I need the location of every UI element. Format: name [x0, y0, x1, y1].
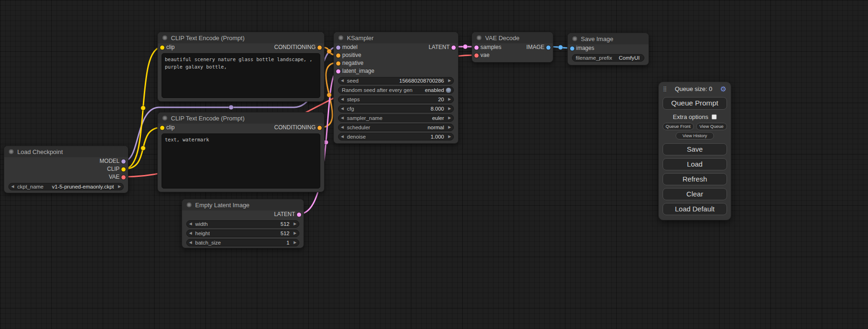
widget-denoise[interactable]: ◀ denoise 1.000 ▶	[338, 133, 454, 140]
increment-arrow-icon[interactable]: ▶	[446, 124, 451, 131]
increment-arrow-icon[interactable]: ▶	[446, 96, 451, 103]
output-slot-conditioning[interactable]	[318, 45, 322, 49]
collapse-dot-icon[interactable]	[477, 35, 481, 40]
widget-value[interactable]: euler	[384, 115, 444, 121]
drag-handle-icon[interactable]: ⣿	[663, 86, 667, 92]
input-slot-positive[interactable]	[336, 53, 340, 57]
settings-gear-icon[interactable]: ⚙	[720, 85, 727, 92]
collapse-dot-icon[interactable]	[9, 149, 14, 154]
widget-value[interactable]: 156680208700286	[360, 78, 444, 84]
output-slot-image[interactable]	[546, 45, 550, 49]
widget-value[interactable]: 20	[362, 97, 445, 102]
decrement-arrow-icon[interactable]: ◀	[189, 230, 194, 237]
increment-arrow-icon[interactable]: ▶	[446, 77, 451, 84]
toggle-knob-icon[interactable]	[446, 88, 451, 93]
output-slot-vae[interactable]	[121, 175, 126, 179]
widget-height[interactable]: ◀ height 512 ▶	[186, 230, 299, 237]
node-title-bar[interactable]: Save Image	[568, 33, 649, 44]
node-title-bar[interactable]: VAE Decode	[472, 32, 553, 43]
queue-prompt-button[interactable]: Queue Prompt	[663, 97, 727, 110]
output-slot-conditioning[interactable]	[318, 126, 322, 130]
collapse-dot-icon[interactable]	[187, 203, 191, 207]
node-clip-text-encode-negative[interactable]: CLIP Text Encode (Prompt) clip CONDITION…	[157, 112, 325, 192]
widget-width[interactable]: ◀ width 512 ▶	[186, 220, 299, 228]
save-button[interactable]: Save	[663, 143, 727, 155]
input-slot-vae[interactable]	[474, 53, 479, 57]
node-title: VAE Decode	[485, 35, 519, 42]
decrement-arrow-icon[interactable]: ◀	[341, 124, 346, 131]
positive-prompt-textarea[interactable]: beautiful scenery nature glass bottle la…	[162, 53, 320, 98]
widget-filename-prefix[interactable]: filename_prefix ComfyUI	[572, 54, 644, 62]
decrement-arrow-icon[interactable]: ◀	[341, 114, 346, 122]
node-vae-decode[interactable]: VAE Decode samples IMAGE vae	[472, 32, 553, 63]
clear-button[interactable]: Clear	[663, 188, 727, 200]
node-load-checkpoint[interactable]: Load Checkpoint MODEL CLIP VAE ◀ ckpt_na…	[4, 146, 128, 193]
input-slot-negative[interactable]	[336, 61, 340, 65]
node-title-bar[interactable]: CLIP Text Encode (Prompt)	[158, 32, 324, 43]
decrement-arrow-icon[interactable]: ◀	[341, 133, 346, 140]
increment-arrow-icon[interactable]: ▶	[291, 230, 296, 237]
widget-value[interactable]: 1	[223, 240, 289, 245]
node-empty-latent-image[interactable]: Empty Latent Image LATENT ◀ width 512 ▶ …	[182, 199, 304, 248]
widget-value[interactable]: 8.000	[356, 106, 444, 112]
widget-value[interactable]: v1-5-pruned-emaonly.ckpt	[45, 184, 114, 189]
widget-value[interactable]: 512	[210, 221, 289, 227]
widget-sampler-name[interactable]: ◀ sampler_name euler ▶	[338, 114, 454, 122]
increment-arrow-icon[interactable]: ▶	[291, 239, 296, 246]
node-clip-text-encode-positive[interactable]: CLIP Text Encode (Prompt) clip CONDITION…	[157, 32, 325, 102]
increment-arrow-icon[interactable]: ▶	[291, 220, 296, 228]
output-slot-latent[interactable]	[297, 212, 301, 217]
increment-arrow-icon[interactable]: ▶	[446, 133, 451, 140]
widget-value[interactable]: ComfyUI	[614, 55, 640, 61]
decrement-arrow-icon[interactable]: ◀	[341, 105, 346, 112]
widget-scheduler[interactable]: ◀ scheduler normal ▶	[338, 124, 454, 131]
widget-value[interactable]: normal	[372, 125, 444, 130]
decrement-arrow-icon[interactable]: ◀	[189, 220, 194, 228]
slot-row: vae	[472, 51, 553, 59]
decrement-arrow-icon[interactable]: ◀	[11, 183, 16, 190]
input-slot-clip[interactable]	[160, 45, 164, 49]
load-default-button[interactable]: Load Default	[663, 203, 727, 215]
widget-random-seed-toggle[interactable]: Random seed after every gen enabled	[338, 86, 454, 94]
widget-value[interactable]: 512	[212, 231, 289, 236]
collapse-dot-icon[interactable]	[339, 35, 343, 40]
view-queue-button[interactable]: View Queue	[696, 123, 727, 130]
widget-ckpt-name[interactable]: ◀ ckpt_name v1-5-pruned-emaonly.ckpt ▶	[8, 183, 124, 190]
queue-front-button[interactable]: Queue Front	[663, 123, 694, 130]
decrement-arrow-icon[interactable]: ◀	[189, 239, 194, 246]
widget-value[interactable]: 1.000	[367, 134, 444, 140]
view-history-button[interactable]: View History	[676, 132, 714, 140]
collapse-dot-icon[interactable]	[162, 35, 167, 40]
increment-arrow-icon[interactable]: ▶	[446, 114, 451, 122]
extra-options-checkbox[interactable]	[712, 114, 717, 119]
widget-seed[interactable]: ◀ seed 156680208700286 ▶	[338, 77, 454, 84]
input-slot-model[interactable]	[336, 45, 340, 49]
output-slot-model[interactable]	[121, 159, 126, 163]
output-label-conditioning: CONDITIONING	[274, 43, 316, 51]
increment-arrow-icon[interactable]: ▶	[116, 183, 121, 190]
negative-prompt-textarea[interactable]: text, watermark	[162, 133, 320, 189]
node-title-bar[interactable]: KSampler	[334, 32, 458, 43]
node-ksampler[interactable]: KSampler model LATENT positive negative …	[333, 32, 459, 144]
refresh-button[interactable]: Refresh	[663, 173, 727, 185]
node-save-image[interactable]: Save Image images filename_prefix ComfyU…	[567, 33, 649, 65]
input-slot-images[interactable]	[570, 46, 574, 50]
widget-batch-size[interactable]: ◀ batch_size 1 ▶	[186, 239, 299, 246]
input-slot-samples[interactable]	[474, 45, 479, 49]
node-graph-canvas[interactable]: Load Checkpoint MODEL CLIP VAE ◀ ckpt_na…	[0, 0, 868, 329]
node-title-bar[interactable]: Load Checkpoint	[4, 146, 128, 157]
output-slot-latent[interactable]	[452, 45, 456, 49]
collapse-dot-icon[interactable]	[572, 36, 577, 41]
widget-steps[interactable]: ◀ steps 20 ▶	[338, 96, 454, 103]
output-slot-clip[interactable]	[121, 167, 126, 171]
node-title-bar[interactable]: Empty Latent Image	[182, 199, 303, 210]
node-title-bar[interactable]: CLIP Text Encode (Prompt)	[158, 112, 324, 124]
increment-arrow-icon[interactable]: ▶	[446, 105, 451, 112]
load-button[interactable]: Load	[663, 158, 727, 170]
input-slot-clip[interactable]	[160, 126, 164, 130]
decrement-arrow-icon[interactable]: ◀	[341, 96, 346, 103]
input-slot-latent-image[interactable]	[336, 69, 340, 73]
widget-cfg[interactable]: ◀ cfg 8.000 ▶	[338, 105, 454, 112]
decrement-arrow-icon[interactable]: ◀	[341, 77, 346, 84]
collapse-dot-icon[interactable]	[162, 116, 167, 120]
